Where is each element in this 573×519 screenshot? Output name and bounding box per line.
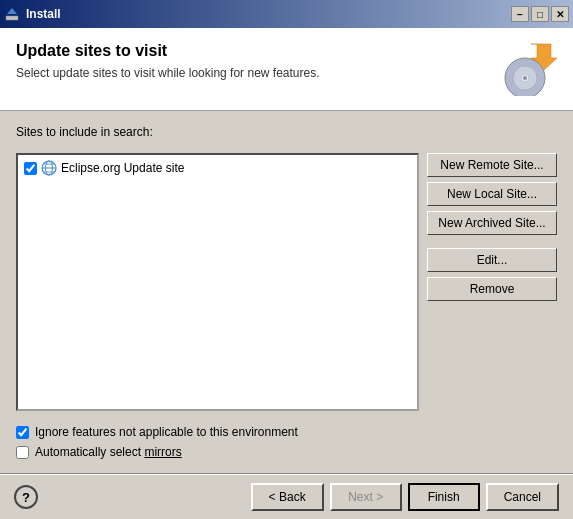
site-item-label: Eclipse.org Update site — [61, 161, 184, 175]
content: Sites to include in search: — [0, 111, 573, 473]
new-archived-site-button[interactable]: New Archived Site... — [427, 211, 557, 235]
header-text: Update sites to visit Select update site… — [16, 42, 493, 80]
svg-rect-0 — [6, 16, 18, 20]
help-button[interactable]: ? — [14, 485, 38, 509]
minimize-button[interactable]: − — [511, 6, 529, 22]
new-local-site-button[interactable]: New Local Site... — [427, 182, 557, 206]
globe-icon — [41, 160, 57, 176]
cancel-button[interactable]: Cancel — [486, 483, 559, 511]
auto-select-mirrors-row: Automatically select mirrors — [16, 445, 557, 459]
auto-select-label: Automatically select mirrors — [35, 445, 182, 459]
remove-button[interactable]: Remove — [427, 277, 557, 301]
ignore-features-checkbox[interactable] — [16, 426, 29, 439]
checkboxes: Ignore features not applicable to this e… — [16, 425, 557, 459]
edit-button[interactable]: Edit... — [427, 248, 557, 272]
finish-button[interactable]: Finish — [408, 483, 480, 511]
ignore-features-label: Ignore features not applicable to this e… — [35, 425, 298, 439]
list-item: Eclipse.org Update site — [20, 157, 415, 179]
maximize-button[interactable]: □ — [531, 6, 549, 22]
title-bar: Install − □ ✕ — [0, 0, 573, 28]
next-button[interactable]: Next > — [330, 483, 402, 511]
svg-point-6 — [523, 76, 527, 80]
back-button[interactable]: < Back — [251, 483, 324, 511]
svg-marker-1 — [7, 8, 17, 14]
title-bar-buttons: − □ ✕ — [511, 6, 569, 22]
sites-list[interactable]: Eclipse.org Update site — [16, 153, 419, 411]
page-subtitle: Select update sites to visit while looki… — [16, 66, 493, 80]
header-icon — [503, 42, 557, 96]
new-remote-site-button[interactable]: New Remote Site... — [427, 153, 557, 177]
title-bar-title: Install — [26, 7, 511, 21]
bottom-bar: ? < Back Next > Finish Cancel — [0, 475, 573, 519]
page-title: Update sites to visit — [16, 42, 493, 60]
mirrors-underline-label: mirrors — [144, 445, 181, 459]
sites-label: Sites to include in search: — [16, 125, 557, 139]
close-button[interactable]: ✕ — [551, 6, 569, 22]
header: Update sites to visit Select update site… — [0, 28, 573, 111]
ignore-features-row: Ignore features not applicable to this e… — [16, 425, 557, 439]
title-bar-icon — [4, 6, 20, 22]
auto-select-checkbox[interactable] — [16, 446, 29, 459]
dialog: Update sites to visit Select update site… — [0, 28, 573, 519]
site-checkbox[interactable] — [24, 162, 37, 175]
site-buttons: New Remote Site... New Local Site... New… — [427, 153, 557, 411]
sites-area: Eclipse.org Update site New Remote Site.… — [16, 153, 557, 411]
